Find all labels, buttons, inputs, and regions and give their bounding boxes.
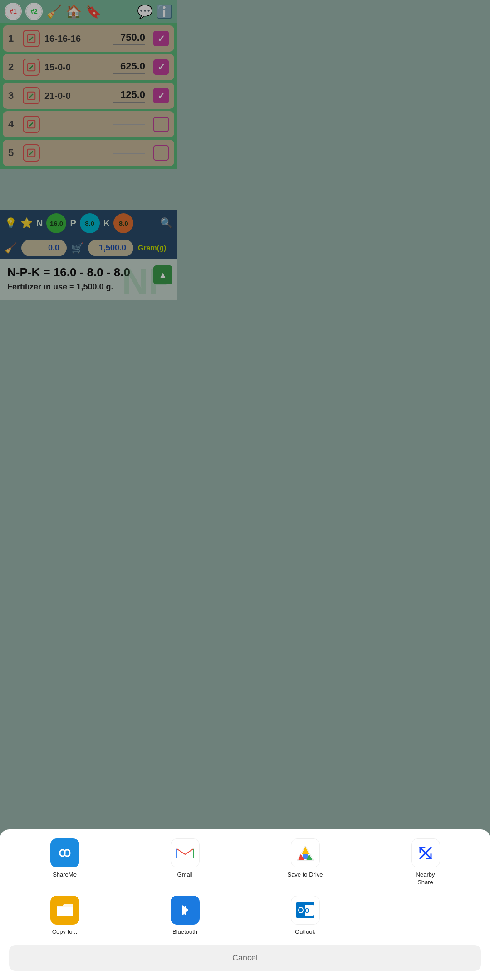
share-sheet-overlay[interactable] [0, 0, 177, 383]
